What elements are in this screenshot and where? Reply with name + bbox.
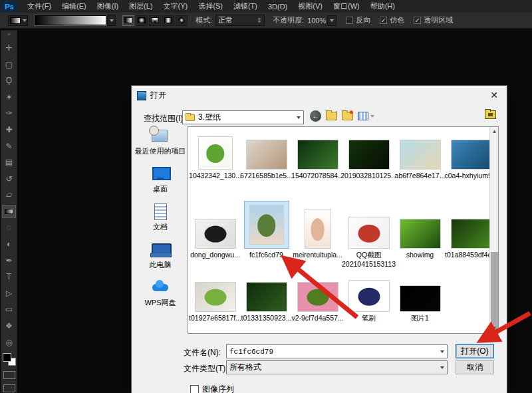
color-swatches[interactable]	[3, 353, 16, 366]
file-name-input[interactable]: fc1fc6cd79	[226, 344, 448, 358]
dodge-tool-icon[interactable]: ◐	[2, 237, 16, 251]
folder-options-icon[interactable]	[485, 110, 496, 119]
menu-item[interactable]: 窗口(W)	[329, 0, 364, 13]
shape-tool-icon[interactable]: ▭	[2, 303, 16, 317]
file-thumbnail	[305, 209, 331, 249]
magic-wand-tool-icon[interactable]: ✶	[2, 90, 16, 104]
sidebar-item-wps-cloud[interactable]: WPS网盘	[144, 279, 176, 308]
eyedropper-tool-icon[interactable]: ✑	[2, 106, 16, 120]
file-item-selected[interactable]: fc1fc6cd79	[241, 180, 292, 268]
history-brush-tool-icon[interactable]: ↺	[2, 172, 16, 186]
reflected-gradient-icon[interactable]	[162, 15, 174, 26]
file-item[interactable]: showimg	[394, 180, 446, 268]
radial-gradient-icon[interactable]	[136, 15, 148, 26]
hand-tool-icon[interactable]: ❖	[2, 319, 16, 333]
options-checkbox[interactable]: ✓透明区域	[414, 15, 453, 25]
opacity-value[interactable]: 100%	[307, 17, 326, 25]
close-icon[interactable]: ✕	[488, 90, 500, 100]
pen-tool-icon[interactable]: ✒	[2, 253, 16, 267]
gradient-picker-dropdown[interactable]	[107, 15, 116, 26]
back-icon[interactable]: ←	[310, 110, 321, 122]
file-item[interactable]: dong_dongwu...	[190, 180, 241, 268]
file-item[interactable]: v2-9cf7d4a557...	[292, 268, 343, 323]
menu-item[interactable]: 滤镜(T)	[229, 0, 262, 13]
menu-item[interactable]: 文字(Y)	[159, 0, 193, 13]
new-folder-icon[interactable]: ✸	[342, 112, 353, 120]
file-list: 10432342_130... 67216585b1e5... 15407207…	[188, 126, 499, 334]
clone-stamp-tool-icon[interactable]: ▤	[2, 156, 16, 170]
diamond-gradient-icon[interactable]	[176, 15, 188, 26]
eraser-tool-icon[interactable]: ▱	[2, 188, 16, 202]
chevron-down-icon	[330, 19, 334, 22]
file-item[interactable]: ab6f7e864e17...	[394, 127, 446, 180]
file-thumbnail	[451, 140, 492, 170]
file-item[interactable]: 67216585b1e5...	[241, 127, 292, 180]
sidebar-item-this-pc[interactable]: 此电脑	[150, 241, 172, 270]
opacity-dropdown[interactable]	[327, 15, 336, 26]
angle-gradient-icon[interactable]	[149, 15, 161, 26]
scrollbar[interactable]: ▲ ▼	[489, 127, 498, 333]
options-checkbox[interactable]: 反向	[346, 15, 370, 25]
up-one-level-icon[interactable]: ↑	[326, 112, 337, 120]
zoom-tool-icon[interactable]: ◎	[2, 335, 16, 349]
file-item[interactable]: t01331350923...	[241, 268, 292, 323]
file-item[interactable]: 2019032810125...	[343, 127, 394, 180]
sidebar-item-documents[interactable]: 文档	[150, 203, 170, 232]
file-item[interactable]: t01927e65817f...	[190, 268, 241, 323]
scroll-up-icon[interactable]: ▲	[490, 127, 499, 136]
menu-item[interactable]: 图像(I)	[92, 0, 123, 13]
file-name-label: v2-9cf7d4a557...	[291, 314, 343, 322]
menu-item[interactable]: 选择(S)	[194, 0, 227, 13]
image-sequence-checkbox[interactable]	[190, 385, 199, 393]
brush-tool-icon[interactable]: ✎	[2, 139, 16, 153]
lasso-tool-icon[interactable]: Ǫ	[2, 74, 16, 88]
type-tool-icon[interactable]: T	[2, 270, 16, 284]
menu-item[interactable]: 视图(V)	[293, 0, 327, 13]
file-item[interactable]: 图片1	[394, 268, 446, 323]
blur-tool-icon[interactable]: ◌	[2, 221, 16, 235]
file-name-label: 笔刷	[362, 314, 376, 323]
foreground-color-swatch[interactable]	[3, 353, 11, 362]
file-item[interactable]: 10432342_130...	[190, 127, 241, 180]
view-menu-icon[interactable]	[358, 112, 374, 120]
file-item[interactable]: 笔刷	[343, 268, 394, 323]
selected-file-highlight	[244, 201, 289, 249]
quick-mask-icon[interactable]	[3, 371, 15, 379]
marquee-tool-icon[interactable]: ▢	[2, 57, 16, 71]
file-thumbnail	[195, 282, 236, 312]
file-thumbnail	[297, 140, 338, 170]
menu-item[interactable]: 帮助(H)	[366, 0, 400, 13]
file-item[interactable]: 154072078584...	[292, 127, 343, 180]
file-item[interactable]: QQ截图 20210415153113	[343, 180, 394, 268]
scroll-down-icon[interactable]: ▼	[490, 324, 499, 333]
gradient-preview[interactable]	[35, 15, 106, 25]
menu-item[interactable]: 编辑(E)	[57, 0, 91, 13]
sidebar-item-desktop[interactable]: 桌面	[150, 165, 170, 194]
tool-preset-picker[interactable]	[8, 15, 28, 26]
file-item[interactable]: meirentuitupia...	[292, 180, 343, 268]
path-selection-tool-icon[interactable]: ▷	[2, 287, 16, 301]
file-thumbnail	[400, 140, 441, 170]
look-in-select[interactable]: 3.壁纸	[182, 110, 304, 124]
options-checkbox[interactable]: ✓仿色	[380, 15, 404, 25]
file-thumbnail	[400, 219, 441, 249]
toolbar-collapse-icon[interactable]: »	[7, 32, 10, 39]
checkbox-icon: ✓	[414, 17, 421, 24]
cancel-button[interactable]: 取消	[456, 360, 494, 374]
open-button[interactable]: 打开(O)	[456, 344, 494, 358]
mode-select[interactable]: 正常⇕	[215, 15, 265, 26]
menu-item[interactable]: 3D(D)	[263, 1, 292, 12]
scrollbar-thumb[interactable]	[491, 252, 498, 330]
healing-brush-tool-icon[interactable]: ✚	[2, 123, 16, 137]
move-tool-icon[interactable]: ✛	[2, 41, 16, 55]
file-type-select[interactable]: 所有格式	[226, 360, 448, 374]
file-name-label: 2019032810125...	[340, 172, 397, 180]
options-bar: 模式: 正常⇕ 不透明度: 100% 反向✓仿色✓透明区域	[0, 13, 532, 29]
screen-mode-icon[interactable]	[3, 384, 15, 392]
menu-item[interactable]: 图层(L)	[124, 0, 157, 13]
dialog-titlebar[interactable]: 打开 ✕	[132, 86, 507, 105]
linear-gradient-icon[interactable]	[122, 15, 134, 26]
gradient-tool-icon[interactable]	[2, 205, 16, 219]
menu-item[interactable]: 文件(F)	[23, 0, 56, 13]
sidebar-item-recent-items[interactable]: 最近使用的项目	[135, 127, 186, 156]
